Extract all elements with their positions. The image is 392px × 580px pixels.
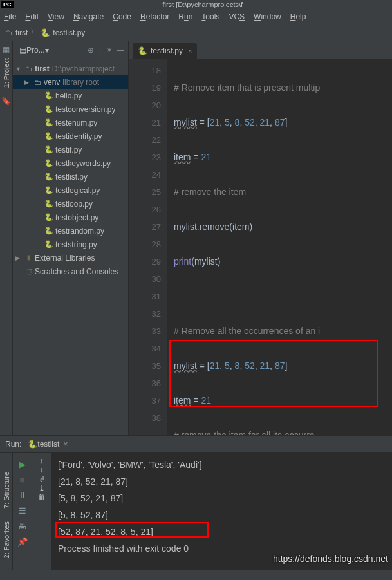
project-panel-title[interactable]: ▤ Pro... ▾ xyxy=(19,46,84,55)
python-file-icon: 🐍 xyxy=(44,213,54,221)
python-file-icon: 🐍 xyxy=(44,145,54,154)
tree-venv[interactable]: ▶🗀 venv library root xyxy=(13,75,128,89)
bookmark-icon[interactable]: 🔖 xyxy=(1,97,11,106)
down-icon[interactable]: ↓ xyxy=(40,465,44,474)
python-file-icon: 🐍 xyxy=(41,28,50,37)
tree-file[interactable]: 🐍testif.py xyxy=(13,143,128,156)
editor-tab[interactable]: 🐍 testlist.py × xyxy=(133,43,197,59)
library-icon: ⫴ xyxy=(23,254,33,262)
tree-file[interactable]: 🐍testlist.py xyxy=(13,170,128,183)
tree-file[interactable]: 🐍testobject.py xyxy=(13,210,128,224)
pause-icon[interactable]: ⏸ xyxy=(15,487,30,503)
close-icon[interactable]: × xyxy=(188,47,192,55)
stop-icon[interactable]: ■ xyxy=(15,472,30,487)
console-line: [52, 87, 21, 52, 8, 5, 21] xyxy=(58,523,386,540)
tree-file[interactable]: 🐍teststring.py xyxy=(13,238,128,251)
tree-root[interactable]: ▼🗀 first D:\pycharmproject xyxy=(13,62,128,75)
menu-vcs[interactable]: VCS xyxy=(229,12,245,21)
tree-file[interactable]: 🐍testloop.py xyxy=(13,197,128,210)
app-badge: PC xyxy=(1,1,14,8)
tab-label: testlist.py xyxy=(151,46,183,55)
breadcrumb-separator: 〉 xyxy=(30,27,38,38)
project-tool-icon[interactable]: ▦ xyxy=(3,45,10,54)
left-gutter-tabs: ▦ 1: Project 🔖 xyxy=(0,41,13,435)
project-tab[interactable]: 1: Project xyxy=(3,58,10,88)
favorites-tab[interactable]: 2: Favorites xyxy=(3,521,10,558)
menubar: File Edit View Navigate Code Refactor Ru… xyxy=(0,9,392,24)
tree-file[interactable]: 🐍testenum.py xyxy=(13,116,128,129)
menu-run[interactable]: Run xyxy=(178,12,192,21)
menu-refactor[interactable]: Refactor xyxy=(140,12,169,21)
tree-file[interactable]: 🐍testlogical.py xyxy=(13,183,128,197)
gutter: 1819202122232425262728293031323334353637… xyxy=(129,59,167,435)
hide-icon[interactable]: — xyxy=(117,46,124,55)
tree-file[interactable]: 🐍testkeywords.py xyxy=(13,156,128,170)
close-icon[interactable]: × xyxy=(63,440,68,449)
folder-icon: 🗀 xyxy=(5,28,13,37)
menu-code[interactable]: Code xyxy=(113,12,131,21)
watermark: https://defonds.blog.csdn.net xyxy=(273,550,388,567)
menu-navigate[interactable]: Navigate xyxy=(73,12,104,21)
tree-file[interactable]: 🐍testconversion.py xyxy=(13,102,128,116)
menu-help[interactable]: Help xyxy=(290,12,306,21)
window-title: first [D:\pycharmprojects\f xyxy=(14,1,392,8)
tree-ext-libs[interactable]: ▶⫴External Libraries xyxy=(13,251,128,265)
dump-icon[interactable]: ☰ xyxy=(15,503,30,518)
python-file-icon: 🐍 xyxy=(44,200,54,208)
run-label: Run: xyxy=(5,440,21,449)
project-panel-header: ▤ Pro... ▾ ⊕ ÷ ✴ — xyxy=(13,41,128,59)
breadcrumb-file[interactable]: testlist.py xyxy=(53,28,85,37)
console-line: [5, 8, 52, 87] xyxy=(58,507,386,523)
library-icon: 🗀 xyxy=(32,79,42,86)
breadcrumb: 🗀 first 〉 🐍 testlist.py xyxy=(0,24,392,41)
python-file-icon: 🐍 xyxy=(44,227,54,235)
code-editor[interactable]: 1819202122232425262728293031323334353637… xyxy=(129,59,392,435)
python-file-icon: 🐍 xyxy=(44,132,54,140)
python-file-icon: 🐍 xyxy=(44,159,54,167)
scroll-icon[interactable]: ⤓ xyxy=(39,483,45,492)
rerun-icon[interactable]: ▶ xyxy=(15,456,30,472)
pin-icon[interactable]: 📌 xyxy=(15,534,30,549)
run-tab[interactable]: testlist xyxy=(37,440,59,449)
menu-tools[interactable]: Tools xyxy=(201,12,219,21)
scratch-icon: ⬚ xyxy=(23,267,33,276)
tree-file[interactable]: 🐍testidentity.py xyxy=(13,129,128,143)
console-line: [21, 8, 52, 21, 87] xyxy=(58,473,386,490)
run-toolbar-right: ↑ ↓ ↲ ⤓ 🗑 xyxy=(32,453,51,570)
python-file-icon: 🐍 xyxy=(44,91,54,100)
project-tree: ▼🗀 first D:\pycharmproject ▶🗀 venv libra… xyxy=(13,59,128,435)
code-body[interactable]: # Remove item that is present multip myl… xyxy=(167,59,392,435)
editor-tabs: 🐍 testlist.py × xyxy=(129,41,392,59)
tree-file[interactable]: 🐍hello.py xyxy=(13,89,128,102)
folder-icon: 🗀 xyxy=(23,65,33,73)
settings-icon[interactable]: ✴ xyxy=(106,46,113,55)
python-file-icon: 🐍 xyxy=(44,186,54,194)
menu-file[interactable]: File xyxy=(4,12,16,21)
run-left-gutter: 7: Structure 2: Favorites xyxy=(0,453,13,570)
menu-window[interactable]: Window xyxy=(254,12,281,21)
project-panel: ▤ Pro... ▾ ⊕ ÷ ✴ — ▼🗀 first D:\pycharmpr… xyxy=(13,41,129,435)
tree-file[interactable]: 🐍testrandom.py xyxy=(13,224,128,238)
structure-tab[interactable]: 7: Structure xyxy=(3,472,10,509)
run-panel: Run: 🐍 testlist × 7: Structure 2: Favori… xyxy=(0,435,392,570)
up-icon[interactable]: ↑ xyxy=(40,456,44,465)
menu-edit[interactable]: Edit xyxy=(25,12,39,21)
run-toolbar-left: ▶ ■ ⏸ ☰ 🖶 📌 xyxy=(13,453,32,570)
console-output[interactable]: ['Ford', 'Volvo', 'BMW', 'Tesla', 'Audi'… xyxy=(51,453,392,570)
menu-view[interactable]: View xyxy=(48,12,64,21)
console-line: [5, 8, 52, 21, 87] xyxy=(58,490,386,507)
print-icon[interactable]: 🖶 xyxy=(15,518,30,534)
breadcrumb-root[interactable]: first xyxy=(15,28,28,37)
collapse-icon[interactable]: ÷ xyxy=(98,46,102,55)
python-file-icon: 🐍 xyxy=(44,240,54,248)
python-file-icon: 🐍 xyxy=(44,173,54,181)
tree-scratches[interactable]: ⬚Scratches and Consoles xyxy=(13,265,128,278)
window-titlebar: PC first [D:\pycharmprojects\f xyxy=(0,0,392,9)
target-icon[interactable]: ⊕ xyxy=(88,46,94,55)
python-file-icon: 🐍 xyxy=(44,105,54,113)
clear-icon[interactable]: 🗑 xyxy=(38,492,46,501)
python-file-icon: 🐍 xyxy=(28,440,37,449)
python-file-icon: 🐍 xyxy=(138,46,147,55)
python-file-icon: 🐍 xyxy=(44,118,54,127)
softwrap-icon[interactable]: ↲ xyxy=(39,474,45,483)
